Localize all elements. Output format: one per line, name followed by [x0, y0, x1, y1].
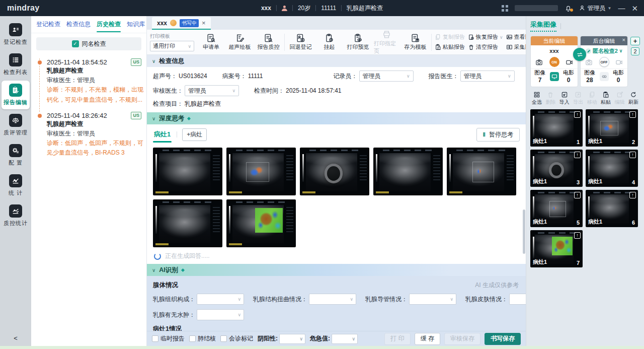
close-session-icon[interactable]: × [622, 37, 625, 43]
swap-sessions-icon[interactable] [573, 48, 586, 61]
structure-distortion-select[interactable]: ∨ [309, 294, 356, 305]
print-preview-button[interactable]: 打印预览 [345, 33, 371, 51]
export-icon[interactable]: ↑ [574, 152, 581, 158]
positive-negative-select[interactable]: ∨ [279, 334, 305, 344]
user-menu[interactable]: 管理员 ▼ [579, 4, 612, 13]
tuberculosis-checkbox[interactable]: 肺结核 [189, 334, 216, 343]
report-qc-button[interactable]: 报告质控 [256, 33, 281, 51]
critical-value-select[interactable]: ∨ [332, 334, 358, 344]
capture-toggle-off[interactable]: OFF [599, 57, 609, 67]
review-doctor-select[interactable]: 管理员∨ [185, 85, 239, 96]
ultrasound-image-elasto[interactable] [226, 199, 296, 247]
sidebar-item-quality-review[interactable]: 质评管理 [2, 111, 30, 139]
exam-info-section-header[interactable]: ∨ 检查信息 [147, 55, 526, 67]
paste-button[interactable]: 粘贴 [599, 91, 612, 106]
ultrasound-image[interactable] [153, 199, 222, 247]
add-lesion-button[interactable]: +病灶 [182, 128, 207, 141]
import-button[interactable]: 导入 [558, 91, 571, 106]
deep-think-section-header[interactable]: ∨ 深度思考 [147, 112, 526, 124]
ultrasound-image-doppler[interactable] [226, 148, 296, 195]
sidebar-item-exam-list[interactable]: 检查列表 [2, 50, 30, 79]
refresh-button[interactable]: 刷新 [627, 91, 640, 106]
export-icon[interactable]: ↑ [629, 152, 636, 158]
sidebar-item-qc-statistics[interactable]: 质控统计 [2, 201, 30, 230]
apps-grid-icon[interactable] [502, 5, 508, 12]
tab-register[interactable]: 登记检查 [33, 16, 63, 33]
consultation-mark-checkbox[interactable]: 会诊标记 [220, 334, 253, 343]
add-session-button[interactable]: + [630, 37, 640, 45]
tab-exam-info[interactable]: 检查信息 [63, 16, 94, 33]
write-save-button[interactable]: 书写保存 [485, 333, 521, 345]
ultrasound-image[interactable] [373, 148, 443, 195]
duct-condition-select[interactable]: ∨ [409, 294, 456, 305]
restore-report-button[interactable]: 恢复报告 ∨ [468, 33, 503, 41]
divider [560, 23, 561, 29]
edema-select[interactable]: ∨ [197, 309, 244, 320]
select-all-button[interactable]: 全选 [530, 91, 543, 106]
current-edit-card[interactable]: 当前编辑 xxx ON 图像7 电影0 [530, 36, 578, 87]
notification-bell-icon[interactable] [565, 5, 572, 12]
background-edit-card[interactable]: 后台编辑× 匿名检查2∨ OFF 图像28 电影0 [580, 36, 628, 87]
thumbnail-2[interactable]: 病灶12↑ [586, 109, 638, 147]
settings-icon [9, 144, 22, 157]
export-icon[interactable]: ↑ [629, 192, 636, 198]
export-icon[interactable]: ↑ [574, 232, 581, 239]
thumbnail-5[interactable]: 病灶15↑ [530, 190, 583, 227]
thumbnail-4[interactable]: 病灶14↑ [586, 150, 638, 187]
ai-recognition-section-header[interactable]: ∨ AI识别 [147, 264, 526, 276]
same-name-filter[interactable]: ✓ 同名检查 [36, 37, 141, 50]
suspend-button[interactable]: 挂起 [316, 33, 342, 51]
ultrasound-image[interactable] [153, 148, 222, 195]
clear-report-button[interactable]: 清空报告 [468, 43, 503, 51]
export-icon[interactable]: ↑ [574, 111, 581, 118]
image-count: 28 [586, 77, 593, 84]
thumbnail-3[interactable]: 病灶13↑ [530, 150, 583, 187]
tab-knowledge[interactable]: 知识库 [124, 16, 148, 33]
sidebar-item-register[interactable]: 登记检查 [2, 20, 30, 49]
lesion-section-title: 病灶1情况 [153, 325, 520, 331]
report-doctor-select[interactable]: 管理员∨ [460, 71, 515, 82]
revert-register-button[interactable]: 回退登记 [288, 33, 313, 51]
sidebar-item-report-edit[interactable]: 报告编辑 [2, 81, 30, 109]
export-icon[interactable]: ↑ [574, 192, 581, 198]
history-datetime: 2025-11-04 18:54:52 [47, 58, 107, 66]
skin-condition-select[interactable]: ∨ [509, 294, 526, 305]
tab-close-icon[interactable]: × [202, 19, 206, 27]
thumbnail-7[interactable]: 病灶17↑ [530, 230, 583, 267]
pause-thinking-button[interactable]: Ⅱ 暂停思考 [476, 128, 520, 142]
print-template-select[interactable]: 通用打印∨ [150, 41, 194, 51]
capture-toggle-on[interactable]: ON [549, 57, 559, 67]
checkbox-checked-icon[interactable]: ✓ [72, 40, 79, 47]
save-as-template-button[interactable]: 存为模板 [403, 33, 428, 51]
cache-button[interactable]: 缓 存 [415, 333, 440, 345]
history-item[interactable]: 2025-11-04 18:26:42 US 乳腺超声检查 审核医生：管理员 诊… [39, 112, 143, 165]
ultrasound-image[interactable] [447, 148, 516, 195]
request-form-button[interactable]: 申请单 [198, 33, 224, 51]
tab-history[interactable]: 历史检查 [94, 16, 124, 33]
sidebar-collapse-arrow[interactable]: < [0, 334, 31, 342]
thumbnail-6[interactable]: 病灶16↑ [586, 190, 638, 227]
export-icon[interactable]: ↑ [629, 111, 636, 118]
recorder-select[interactable]: 管理员∨ [359, 71, 414, 82]
content-scrollbar[interactable] [523, 210, 525, 254]
sidebar-item-statistics[interactable]: 统 计 [2, 171, 30, 200]
quality-review-icon [9, 114, 22, 127]
temp-report-checkbox[interactable]: 临时报告 [152, 334, 185, 343]
tissue-composition-select[interactable]: ∨ [197, 294, 244, 305]
report-doctor-field: 报告医生：管理员∨ [429, 71, 515, 82]
ultrasound-board-button[interactable]: 超声绘板 [227, 33, 253, 51]
thumbnail-1[interactable]: 病灶11↑ [530, 109, 583, 147]
lesion-tab[interactable]: 病灶1 [153, 130, 172, 139]
camera-icon [585, 58, 593, 66]
report-edit-icon [9, 84, 22, 97]
background-patient-name[interactable]: 匿名检查2∨ [581, 45, 627, 56]
minimize-button[interactable]: — [618, 5, 625, 12]
document-tab[interactable]: xxx 书写中 × [152, 17, 211, 30]
ultrasound-image[interactable] [300, 148, 369, 195]
lesion-image-grid [153, 148, 520, 247]
sidebar-item-settings[interactable]: 配 置 [2, 141, 30, 170]
history-item[interactable]: 2025-11-04 18:54:52 US 乳腺超声检查 审核医生：管理员 诊… [39, 58, 143, 112]
close-button[interactable]: ✕ [631, 5, 638, 12]
paste-report-button[interactable]: 粘贴报告 [435, 43, 465, 51]
delete-button: 删除 [544, 91, 557, 106]
